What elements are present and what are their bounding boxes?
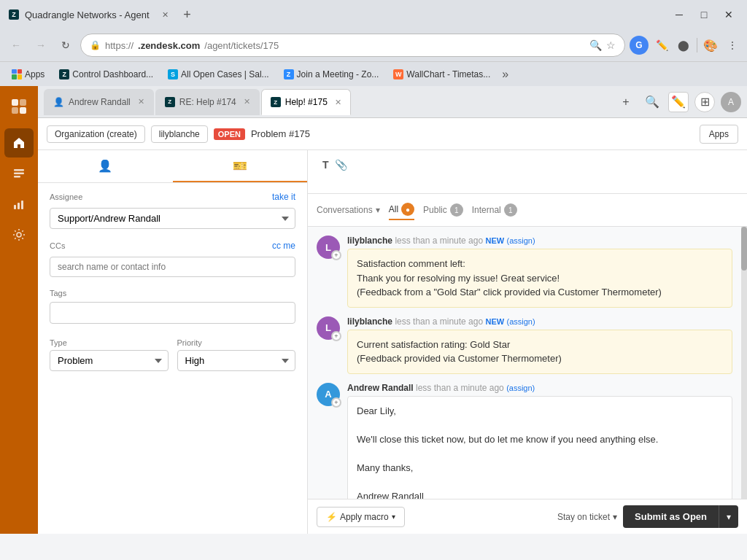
svg-rect-1 — [20, 99, 26, 106]
take-it-link[interactable]: take it — [272, 192, 295, 202]
internal-filter[interactable]: Internal 1 — [472, 201, 517, 219]
sidebar-icon-settings[interactable] — [4, 220, 34, 249]
maximize-button[interactable]: □ — [694, 5, 713, 24]
user-avatar-button[interactable]: A — [721, 92, 741, 112]
all-count-badge: ● — [401, 203, 414, 216]
apps-button[interactable]: Apps — [700, 125, 738, 144]
bookmark-all-open-cases[interactable]: S All Open Cases | Sal... — [162, 66, 275, 82]
org-create-tag[interactable]: Organization (create) — [47, 125, 145, 143]
message-group-2: L + lilyblanche less than a minute ago N… — [317, 316, 732, 374]
breadcrumb: Organization (create) lilyblanche OPEN P… — [38, 118, 747, 150]
sidebar-icon-tickets[interactable] — [4, 159, 34, 188]
circle-extension-icon[interactable]: ⬤ — [675, 36, 692, 54]
reply-area[interactable]: T 📎 — [308, 150, 747, 194]
add-tab-button[interactable]: + — [616, 92, 636, 112]
msg3-bubble: Dear Lily, We'll close this ticket now, … — [347, 396, 732, 499]
msg1-author: lilyblanche — [347, 236, 392, 246]
ticket-tab-help-175[interactable]: Z Help! #175 ✕ — [261, 89, 351, 115]
back-button[interactable]: ← — [6, 35, 26, 55]
msg2-time: less than a minute ago — [395, 316, 483, 327]
attachment-icon[interactable]: 📎 — [335, 159, 347, 171]
url-star-icon[interactable]: ☆ — [606, 39, 616, 51]
refresh-button[interactable]: ↻ — [55, 35, 76, 55]
url-prefix: https:// — [105, 40, 133, 51]
bookmark-wallchart[interactable]: W WallChart - Timetas... — [387, 66, 496, 82]
public-count-badge: 1 — [450, 203, 463, 217]
left-panel: 👤 🎫 Assignee take it Support/Andrew Rand… — [38, 150, 308, 534]
bottom-action-bar: ⚡ Apply macro ▾ Stay on ticket ▾ Submit … — [308, 499, 747, 534]
conversations-filter[interactable]: Conversations ▾ — [317, 202, 380, 218]
msg2-author: lilyblanche — [347, 316, 392, 327]
pen-extension-icon[interactable]: ✏️ — [653, 36, 670, 54]
url-search-icon: 🔍 — [589, 39, 602, 51]
browser-favicon: Z — [9, 9, 19, 20]
ticket-tabs-bar: 👤 Andrew Randall ✕ Z RE: Help #174 ✕ Z H… — [38, 86, 747, 118]
svg-rect-6 — [14, 176, 20, 178]
cc-me-link[interactable]: cc me — [272, 241, 295, 251]
bookmark-zoom[interactable]: Z Join a Meeting - Zo... — [278, 66, 385, 82]
user-tag[interactable]: lilyblanche — [151, 125, 208, 143]
msg3-assign-link[interactable]: (assign) — [506, 384, 535, 392]
msg2-assign-link[interactable]: (assign) — [506, 317, 535, 326]
messages-area: L + lilyblanche less than a minute ago N… — [308, 227, 741, 499]
sidebar-icon-home[interactable] — [4, 128, 34, 158]
submit-button[interactable]: Submit as Open — [623, 505, 719, 528]
scrollbar[interactable] — [741, 227, 747, 499]
tags-label: Tags — [50, 289, 295, 298]
cc-label: CCs — [50, 241, 65, 250]
sidebar-icon-reports[interactable] — [4, 190, 34, 219]
bookmarks-more-button[interactable]: » — [499, 65, 511, 84]
msg3-author: Andrew Randall — [347, 383, 414, 393]
ticket-tab-andrew-randall[interactable]: 👤 Andrew Randall ✕ — [44, 89, 154, 115]
ticket-tab-re-help-174[interactable]: Z RE: Help #174 ✕ — [155, 89, 260, 115]
svg-point-10 — [17, 233, 21, 237]
svg-rect-8 — [18, 203, 20, 209]
right-panel: T 📎 Conversations ▾ All ● Public — [308, 150, 747, 534]
bookmark-apps[interactable]: Apps — [6, 66, 50, 82]
close-tab-help-175[interactable]: ✕ — [335, 98, 341, 107]
new-tab-button[interactable]: + — [177, 4, 198, 25]
msg1-assign-link[interactable]: (assign) — [506, 236, 535, 245]
conversations-chevron-icon: ▾ — [376, 205, 380, 215]
priority-select[interactable]: Low Normal High Urgent — [177, 350, 296, 371]
apply-macro-button[interactable]: ⚡ Apply macro ▾ — [317, 507, 405, 527]
color-extension-icon[interactable]: 🎨 — [702, 36, 719, 54]
close-tab-re-help[interactable]: ✕ — [244, 97, 250, 106]
browser-menu-button[interactable]: ⋮ — [724, 36, 741, 54]
type-select[interactable]: Problem Incident Question Task — [50, 350, 169, 371]
svg-rect-5 — [14, 173, 24, 175]
minimize-button[interactable]: ─ — [670, 5, 689, 24]
svg-rect-7 — [14, 205, 16, 209]
url-domain: .zendesk.com — [138, 40, 200, 51]
grid-view-button[interactable]: ⊞ — [694, 92, 715, 112]
sidebar — [0, 86, 38, 534]
problem-ticket-label: Problem #175 — [251, 128, 310, 139]
lock-icon: 🔒 — [90, 40, 101, 50]
public-filter[interactable]: Public 1 — [423, 201, 463, 219]
tags-input[interactable] — [50, 302, 295, 324]
scrollbar-thumb[interactable] — [741, 227, 747, 271]
msg1-bubble: Satisfaction comment left: Thank you for… — [347, 249, 732, 308]
close-tab-andrew[interactable]: ✕ — [138, 97, 144, 106]
search-ticket-button[interactable]: 🔍 — [642, 92, 662, 112]
message-group-1: L + lilyblanche less than a minute ago N… — [317, 236, 732, 308]
forward-button[interactable]: → — [31, 35, 51, 55]
close-tab-button[interactable]: ✕ — [160, 9, 171, 20]
assignee-select[interactable]: Support/Andrew Randall — [50, 208, 295, 229]
lightning-icon: ⚡ — [326, 512, 337, 522]
all-filter[interactable]: All ● — [389, 200, 414, 220]
sidebar-icon-logo[interactable] — [4, 92, 34, 121]
cc-search-input[interactable] — [50, 257, 295, 277]
g-extension-icon[interactable]: G — [630, 36, 649, 55]
internal-count-badge: 1 — [504, 203, 517, 217]
submit-dropdown-button[interactable]: ▾ — [719, 505, 738, 528]
url-bar[interactable]: 🔒 https://.zendesk.com/agent/tickets/175… — [80, 34, 625, 57]
ticket-tab-left[interactable]: 🎫 — [173, 150, 308, 182]
close-window-button[interactable]: ✕ — [719, 5, 738, 24]
bookmark-control-dashboard[interactable]: Z Control Dashboard... — [53, 66, 159, 82]
user-tab[interactable]: 👤 — [38, 150, 173, 182]
msg2-bubble: Current satisfaction rating: Gold Star (… — [347, 330, 732, 374]
stay-on-ticket-dropdown[interactable]: Stay on ticket ▾ — [557, 512, 617, 522]
edit-button[interactable]: ✏️ — [668, 92, 689, 112]
bold-icon[interactable]: T — [322, 159, 329, 171]
